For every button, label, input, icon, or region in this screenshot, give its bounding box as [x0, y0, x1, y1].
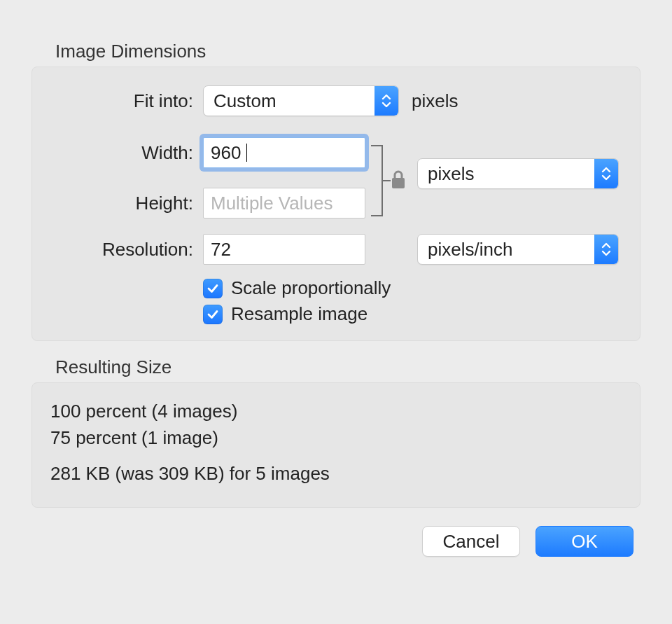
checkmark-icon: [203, 305, 223, 324]
svg-rect-0: [392, 178, 405, 188]
scale-proportionally-checkbox[interactable]: Scale proportionally: [203, 277, 626, 299]
fit-into-value: Custom: [214, 90, 276, 112]
image-dimensions-label: Image Dimensions: [55, 41, 640, 62]
dimension-units-value: pixels: [428, 163, 474, 185]
resample-image-label: Resample image: [231, 303, 368, 325]
result-line-1: 100 percent (4 images): [50, 398, 622, 425]
resolution-label: Resolution:: [46, 239, 203, 261]
cancel-button[interactable]: Cancel: [422, 526, 520, 557]
chevron-up-down-icon: [594, 159, 618, 188]
resolution-units-select[interactable]: pixels/inch: [417, 234, 619, 265]
resolution-units-value: pixels/inch: [428, 239, 512, 261]
width-label: Width:: [46, 142, 203, 164]
image-size-dialog: Image Dimensions Fit into: Custom pixels…: [0, 0, 672, 624]
chevron-up-down-icon: [594, 235, 618, 264]
dimension-units-select[interactable]: pixels: [417, 158, 619, 189]
aspect-ratio-lock[interactable]: [370, 140, 409, 221]
fit-into-select[interactable]: Custom: [203, 85, 399, 116]
checkmark-icon: [203, 279, 223, 298]
resulting-size-label: Resulting Size: [55, 356, 640, 378]
chevron-up-down-icon: [374, 86, 398, 116]
resolution-input[interactable]: [203, 234, 365, 265]
fit-into-unit-suffix: pixels: [412, 90, 458, 112]
width-input[interactable]: [203, 137, 365, 168]
height-label: Height:: [46, 193, 203, 214]
scale-proportionally-label: Scale proportionally: [231, 277, 391, 299]
dialog-button-row: Cancel OK: [31, 526, 640, 557]
result-line-2: 75 percent (1 image): [50, 425, 622, 452]
resample-image-checkbox[interactable]: Resample image: [203, 303, 626, 325]
ok-button-label: OK: [571, 531, 598, 553]
cancel-button-label: Cancel: [443, 531, 500, 553]
fit-into-label: Fit into:: [46, 90, 203, 112]
ok-button[interactable]: OK: [536, 526, 634, 557]
result-line-3: 281 KB (was 309 KB) for 5 images: [50, 461, 622, 487]
image-dimensions-group: Fit into: Custom pixels Width:: [31, 67, 640, 341]
text-caret: [246, 144, 247, 162]
height-input[interactable]: [203, 188, 365, 219]
resulting-size-group: 100 percent (4 images) 75 percent (1 ima…: [31, 382, 640, 508]
